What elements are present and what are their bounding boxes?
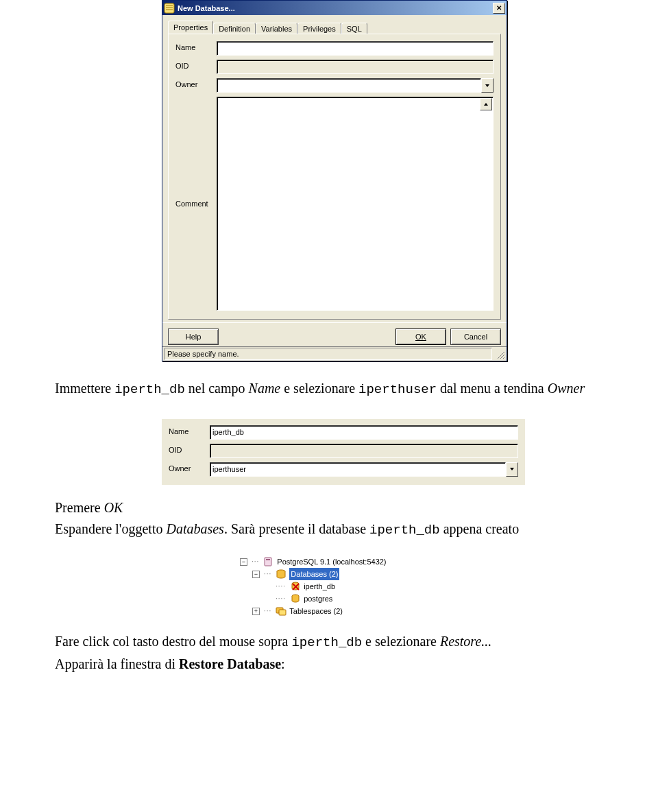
instruction-text-2a: Premere OK: [55, 499, 603, 517]
snippet-oid-input: [210, 444, 518, 458]
database-icon: [290, 593, 301, 604]
tree-label-postgres: postgres: [304, 593, 332, 605]
instruction-text-3b: Apparirà la finestra di Restore Database…: [55, 655, 603, 673]
resize-grip-icon[interactable]: [495, 349, 504, 359]
cancel-button[interactable]: Cancel: [450, 329, 501, 345]
close-button[interactable]: ✕: [493, 3, 505, 14]
dialog-button-row: Help OK Cancel: [162, 322, 507, 346]
object-tree: − ··· PostgreSQL 9.1 (localhost:5432) − …: [240, 556, 418, 617]
owner-label: Owner: [175, 78, 217, 88]
new-database-dialog: New Database... ✕ Properties Definition …: [162, 0, 507, 361]
tree-label-databases: Databases (2): [289, 568, 339, 580]
help-button[interactable]: Help: [168, 329, 219, 345]
tab-properties[interactable]: Properties: [168, 21, 213, 34]
tree-node-iperth-db[interactable]: ···· iperth_db: [240, 580, 418, 593]
properties-snippet: Name OID Owner: [162, 418, 525, 485]
tree-label-tablespaces: Tablespaces (2): [289, 605, 343, 617]
tab-variables[interactable]: Variables: [256, 23, 297, 34]
dialog-title: New Database...: [178, 4, 493, 12]
svg-line-3: [503, 357, 504, 359]
instruction-text-2b: Espandere l'oggetto Databases. Sarà pres…: [55, 520, 603, 540]
svg-rect-5: [266, 559, 270, 560]
owner-dropdown-button[interactable]: [481, 78, 494, 93]
collapse-icon[interactable]: −: [252, 571, 260, 578]
tree-label-server: PostgreSQL 9.1 (localhost:5432): [277, 556, 386, 568]
instruction-text-3a: Fare click col tasto destro del mouse so…: [55, 632, 603, 652]
server-icon: [263, 556, 274, 567]
dialog-titlebar[interactable]: New Database... ✕: [162, 1, 507, 15]
svg-rect-12: [279, 610, 286, 615]
database-icon: [164, 3, 175, 14]
collapse-icon[interactable]: −: [240, 558, 247, 566]
comment-textarea[interactable]: [217, 97, 494, 311]
database-stack-icon: [276, 569, 287, 580]
svg-rect-0: [164, 3, 174, 13]
tree-node-server[interactable]: − ··· PostgreSQL 9.1 (localhost:5432): [240, 556, 418, 568]
tree-node-postgres[interactable]: ···· postgres: [240, 593, 418, 605]
name-label: Name: [175, 41, 217, 51]
tab-definition[interactable]: Definition: [213, 23, 256, 34]
tab-privileges[interactable]: Privileges: [297, 23, 341, 34]
tab-bar: Properties Definition Variables Privileg…: [168, 19, 501, 34]
snippet-owner-combo[interactable]: [210, 462, 518, 477]
snippet-oid-label: OID: [169, 444, 210, 454]
tab-pane: Name OID Owner Comment: [168, 34, 501, 320]
oid-label: OID: [175, 60, 217, 70]
snippet-owner-dropdown-button[interactable]: [506, 462, 518, 477]
database-disconnected-icon: [290, 581, 301, 592]
status-bar: Please specify name.: [162, 346, 507, 361]
name-input[interactable]: [217, 41, 494, 56]
status-text: Please specify name.: [167, 350, 239, 358]
snippet-owner-label: Owner: [169, 462, 210, 473]
owner-combo[interactable]: [217, 78, 494, 93]
tree-label-iperth-db: iperth_db: [304, 580, 335, 593]
expand-icon[interactable]: +: [252, 608, 260, 615]
tablespace-icon: [276, 606, 287, 617]
oid-input: [217, 60, 494, 74]
snippet-name-input[interactable]: [210, 425, 518, 440]
snippet-owner-input[interactable]: [210, 462, 506, 477]
scroll-up-button[interactable]: [480, 98, 492, 110]
owner-input[interactable]: [217, 78, 481, 93]
tab-sql[interactable]: SQL: [341, 23, 367, 34]
tree-node-tablespaces[interactable]: + ··· Tablespaces (2): [240, 605, 418, 617]
ok-button[interactable]: OK: [395, 329, 446, 345]
svg-rect-4: [265, 558, 271, 566]
comment-label: Comment: [175, 200, 217, 208]
snippet-name-label: Name: [169, 425, 210, 435]
tree-node-databases[interactable]: − ··· Databases (2): [240, 568, 418, 580]
instruction-text-1: Immettere iperth_db nel campo Name e sel…: [55, 379, 603, 399]
